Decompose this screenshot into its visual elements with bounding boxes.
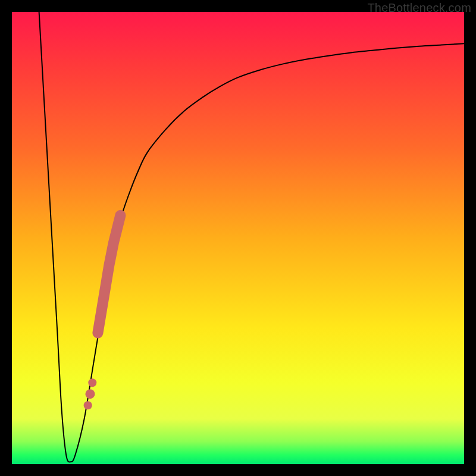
overlay-dot bbox=[84, 401, 92, 409]
overlay-dot bbox=[85, 389, 95, 399]
chart-frame: TheBottleneck.com bbox=[0, 0, 476, 476]
overlay-dot bbox=[88, 378, 96, 387]
overlay-segment-main bbox=[98, 215, 120, 333]
plot-area bbox=[12, 12, 464, 464]
chart-svg bbox=[12, 12, 464, 464]
bottleneck-curve bbox=[39, 12, 464, 462]
